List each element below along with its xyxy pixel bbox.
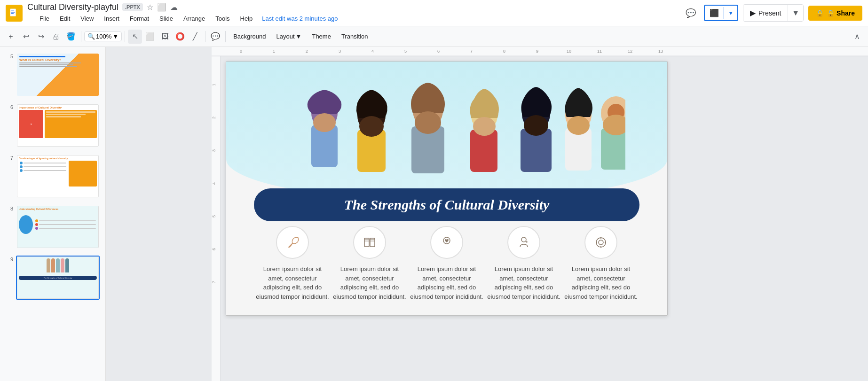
- svg-text:0: 0: [240, 49, 242, 54]
- present-dropdown[interactable]: ▼: [788, 5, 803, 21]
- svg-text:4: 4: [212, 182, 216, 185]
- svg-text:2: 2: [212, 117, 216, 119]
- slideshow-btn-group: ⬛ ▼: [704, 5, 738, 21]
- format-paint-btn[interactable]: 🪣: [64, 30, 78, 44]
- svg-text:12: 12: [628, 49, 632, 54]
- add-slide-btn[interactable]: +: [4, 30, 18, 44]
- top-right: 💬 ⬛ ▼ ▶ Present ▼ 🔒 🔒 Share: [682, 4, 862, 22]
- text-row: Lorem ipsum dolor sit amet, consectetur …: [254, 264, 639, 301]
- svg-text:1: 1: [212, 84, 216, 86]
- collapse-toolbar-btn[interactable]: ∧: [850, 30, 864, 44]
- slide-thumb-5[interactable]: 5 What is Cultural Diversity?: [4, 51, 102, 99]
- slide-preview-6: Importance of Cultural Diversity ♥: [16, 103, 100, 148]
- slide-thumb-9[interactable]: 9 The Strengths of Cultural Dive: [4, 254, 102, 302]
- icon-circle-4: [507, 226, 540, 259]
- feather-icon: [285, 235, 300, 250]
- menu-slide[interactable]: Slide: [155, 13, 178, 24]
- background-btn[interactable]: Background: [229, 31, 270, 42]
- toolbar: + ↩ ↪ 🖨 🪣 🔍 100% ▼ ↖ ⬜ 🖼 ⭕ ╱ 💬 Backgroun…: [0, 26, 868, 47]
- slideshow-icon[interactable]: ⬛: [705, 6, 724, 20]
- icon-circle-3: [430, 226, 463, 259]
- line-btn[interactable]: ╱: [188, 30, 202, 44]
- slide-num-8: 8: [6, 205, 13, 211]
- svg-rect-38: [470, 130, 497, 172]
- zoom-dropdown-icon: ▼: [112, 33, 118, 40]
- menu-help[interactable]: Help: [236, 13, 258, 24]
- slide-canvas[interactable]: The Strengths of Cultural Diversity: [226, 61, 668, 316]
- icon-circle-1: [276, 226, 309, 259]
- slide-thumb-6[interactable]: 6 Importance of Cultural Diversity ♥: [4, 101, 102, 149]
- slide-thumb-7[interactable]: 7 Disadvantages of ignoring cultural div…: [4, 152, 102, 200]
- last-edit: Last edit was 2 minutes ago: [262, 15, 338, 22]
- layout-btn[interactable]: Layout ▼: [272, 31, 307, 42]
- divider-1: [81, 31, 81, 42]
- present-button-group: ▶ Present ▼: [743, 4, 804, 22]
- slide-preview-7: Disadvantages of ignoring cultural diver…: [16, 154, 100, 198]
- comments-icon[interactable]: 💬: [682, 5, 699, 22]
- gear-star-icon: [593, 235, 608, 250]
- slide-title: The Strengths of Cultural Diversity: [273, 197, 621, 213]
- slide-preview-9: The Strengths of Cultural Diversity: [16, 256, 100, 300]
- svg-text:3: 3: [212, 149, 216, 152]
- svg-text:11: 11: [597, 49, 602, 54]
- transition-btn[interactable]: Transition: [337, 31, 373, 42]
- svg-point-61: [599, 240, 603, 245]
- cloud-icon[interactable]: ☁: [170, 3, 178, 12]
- format-badge: .PPTX: [122, 3, 143, 11]
- svg-point-39: [473, 117, 496, 136]
- ruler-horizontal: 0 1 2 3 4 5 6 7 8 9 10 11 12 13: [212, 47, 868, 56]
- svg-point-36: [415, 111, 441, 134]
- ruler-h-svg: 0 1 2 3 4 5 6 7 8 9 10 11 12 13: [212, 47, 868, 56]
- doc-title-row: Cultural Diversity-playful .PPTX ☆ ⬜ ☁: [27, 2, 339, 12]
- cursor-tool-btn[interactable]: ↖: [128, 30, 142, 44]
- people-illustration: [240, 76, 653, 198]
- svg-text:7: 7: [470, 49, 473, 54]
- share-button[interactable]: 🔒 🔒 Share: [808, 6, 862, 21]
- slide-num-7: 7: [6, 154, 13, 161]
- image-btn[interactable]: 🖼: [158, 30, 172, 44]
- slide-area: 0 1 2 3 4 5 6 7 8 9 10 11 12 13 1 2: [106, 47, 868, 381]
- undo-btn[interactable]: ↩: [19, 30, 33, 44]
- slide-thumb-8[interactable]: 8 Understanding Cultural Differences: [4, 203, 102, 251]
- redo-btn[interactable]: ↪: [34, 30, 48, 44]
- icons-row: [254, 226, 639, 259]
- zoom-level: 100%: [96, 33, 111, 40]
- ruler-v-svg: 1 2 3 4 5 6 7: [212, 56, 221, 381]
- svg-text:5: 5: [404, 49, 407, 54]
- slideshow-dropdown-icon[interactable]: ▼: [724, 7, 737, 19]
- svg-point-58: [521, 237, 526, 242]
- menu-format[interactable]: Format: [125, 13, 154, 24]
- menu-view[interactable]: View: [76, 13, 98, 24]
- text-box-btn[interactable]: ⬜: [143, 30, 157, 44]
- app-logo: [6, 5, 23, 22]
- book-icon: [362, 235, 377, 250]
- menu-tools[interactable]: Tools: [211, 13, 234, 24]
- svg-text:6: 6: [437, 49, 440, 54]
- menu-insert[interactable]: Insert: [99, 13, 124, 24]
- slide-workspace: The Strengths of Cultural Diversity: [226, 61, 859, 316]
- svg-text:5: 5: [212, 215, 216, 218]
- menu-file[interactable]: File: [35, 13, 54, 24]
- menu-edit[interactable]: Edit: [55, 13, 75, 24]
- folder-icon[interactable]: ⬜: [157, 3, 166, 12]
- svg-text:13: 13: [658, 49, 663, 54]
- comment-btn[interactable]: 💬: [208, 30, 222, 44]
- svg-point-42: [524, 115, 548, 136]
- shapes-btn[interactable]: ⭕: [173, 30, 187, 44]
- ruler-vertical: 1 2 3 4 5 6 7: [212, 56, 221, 381]
- doc-title: Cultural Diversity-playful: [27, 2, 118, 12]
- svg-point-33: [359, 116, 384, 137]
- theme-btn[interactable]: Theme: [307, 31, 335, 42]
- zoom-control[interactable]: 🔍 100% ▼: [84, 31, 122, 41]
- text-col-3: Lorem ipsum dolor sit amet, consectetur …: [409, 264, 484, 301]
- zoom-out-icon: 🔍: [87, 33, 95, 40]
- present-button[interactable]: ▶ Present: [743, 5, 788, 21]
- svg-text:7: 7: [212, 281, 216, 283]
- menu-arrange[interactable]: Arrange: [179, 13, 210, 24]
- text-col-5: Lorem ipsum dolor sit amet, consectetur …: [563, 264, 639, 301]
- print-btn[interactable]: 🖨: [49, 30, 63, 44]
- svg-text:6: 6: [212, 248, 216, 250]
- svg-point-60: [596, 238, 606, 247]
- title-area: Cultural Diversity-playful .PPTX ☆ ⬜ ☁ F…: [27, 2, 339, 24]
- star-icon[interactable]: ☆: [147, 3, 153, 12]
